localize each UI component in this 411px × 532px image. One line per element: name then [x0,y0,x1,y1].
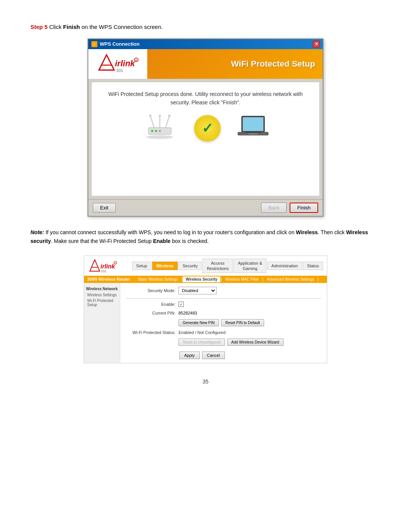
sidebar-item-wireless-settings[interactable]: Wireless Settings [86,293,118,297]
router-sub-bar: 300N Wireless Router Basic Wireless Sett… [84,276,327,283]
security-mode-select[interactable]: Disabled [178,287,217,294]
router-sidebar: Wireless Network Wireless Settings Wi-Fi… [84,283,120,363]
step-label: Step 5 [30,24,48,30]
sidebar-section-title: Wireless Network [86,287,118,291]
reset-pin-button[interactable]: Reset PIN to Default [221,319,264,326]
enable-control: ✓ [178,302,184,307]
pin-buttons-row: Generate New PIN Reset PIN to Default [126,319,321,326]
svg-rect-20 [245,131,261,133]
nav-tab-setup[interactable]: Setup [132,262,151,270]
current-pin-value: 85282483 [178,311,197,315]
router-form-content: Security Mode: Disabled Enable: ✓ Curren… [120,283,327,363]
nav-tab-security[interactable]: Security [178,262,202,270]
enable-bold: Enable [153,238,170,244]
svg-text:®: ® [135,59,137,62]
security-mode-control: Disabled [178,287,217,294]
wifi-status-label: Wi-Fi Protected Status: [126,330,175,335]
exit-button[interactable]: Exit [93,203,116,212]
svg-rect-21 [249,133,258,134]
nav-tab-application-gaming[interactable]: Application &Gaming [234,259,266,273]
router-sub-tabs: Basic Wireless Settings | Wireless Secur… [133,276,320,283]
sub-tab-basic-wireless[interactable]: Basic Wireless Settings [135,276,181,282]
form-action-buttons: Apply Cancel [126,351,321,359]
step5-instruction: Step 5 Click Finish on the WPS Connectio… [30,23,381,32]
security-mode-label: Security Mode: [126,288,175,293]
cancel-button[interactable]: Cancel [202,351,225,359]
wps-footer: Exit Back Finish [88,199,323,216]
wps-titlebar-left: ⚡ WPS Connection [91,41,140,47]
apply-button[interactable]: Apply [179,351,200,359]
enable-checkbox[interactable]: ✓ [178,302,184,307]
svg-point-11 [159,115,161,117]
wps-message-text: WiFi Protected Setup process done. Utili… [99,90,312,107]
svg-marker-0 [99,55,114,70]
reset-add-group: Reset to Unconfigured Add Wireless Devic… [178,339,284,346]
svg-text:irlink: irlink [115,59,135,68]
router-sidebar-title: 300N Wireless Router [84,276,133,283]
wifi-status-row: Wi-Fi Protected Status: Enabled / Not Co… [126,330,321,335]
wps-header: irlink ® 101 WiFi Protected Setup [88,49,323,79]
router-main: Wireless Network Wireless Settings Wi-Fi… [84,283,327,363]
laptop-icon [236,114,270,142]
airlink-logo: irlink ® 101 [95,53,141,75]
sub-tab-wireless-mac[interactable]: Wireless MAC Filter [222,276,262,282]
wps-content: WiFi Protected Setup process done. Utili… [91,82,320,196]
divider-1 [126,298,321,299]
sub-tab-wireless-security[interactable]: Wireless Security [183,276,220,282]
wps-title-banner: WiFi Protected Setup [147,49,323,79]
finish-button[interactable]: Finish [290,203,318,213]
wps-window-title: WPS Connection [100,41,140,47]
generate-pin-button[interactable]: Generate New PIN [178,319,219,326]
nav-tab-wireless[interactable]: Wireless [152,262,178,270]
page-number: 35 [30,379,381,385]
svg-marker-22 [90,260,100,271]
svg-point-16 [147,135,173,139]
enable-label: Enable: [126,302,175,307]
nav-tab-administration[interactable]: Administration [267,262,302,270]
wps-footer-right: Back Finish [261,203,318,213]
svg-point-12 [168,115,170,117]
wireless-bold: Wireless [296,229,318,235]
back-button[interactable]: Back [261,203,287,213]
wps-window: ⚡ WPS Connection ✕ irlink ® 101 [88,38,323,217]
add-wireless-device-button[interactable]: Add Wireless Device Wizard [227,339,284,346]
svg-point-15 [159,130,161,132]
router-logo: irlink 101 ® [88,258,118,274]
current-pin-label: Current PIN: [126,311,175,315]
checkmark-icon: ✓ [194,115,221,142]
nav-tab-access-restrictions[interactable]: AccessRestrictions [202,259,233,273]
close-icon[interactable]: ✕ [313,41,320,48]
current-pin-row: Current PIN: 85282483 [126,311,321,315]
note-label: Note: [30,229,44,235]
wps-icons-row: ✓ [99,114,312,142]
reset-add-row: Reset to Unconfigured Add Wireless Devic… [126,339,321,346]
finish-label: Finish [63,24,80,30]
svg-text:101: 101 [116,68,123,73]
svg-text:irlink: irlink [100,263,115,270]
wifi-status-value: Enabled / Not Configured [178,330,226,335]
pin-buttons-group: Generate New PIN Reset PIN to Default [178,319,264,326]
wps-banner-title: WiFi Protected Setup [231,59,315,69]
wps-logo-area: irlink ® 101 [88,49,147,79]
svg-point-14 [155,130,157,132]
svg-text:101: 101 [101,269,107,273]
sidebar-item-wifi-protected-setup[interactable]: Wi-Fi Protected Setup [86,299,118,307]
svg-text:®: ® [115,262,116,264]
svg-point-10 [149,115,151,117]
sub-tab-advanced-wireless[interactable]: Advanced Wireless Settings [264,276,317,282]
router-nav-tabs: Setup Wireless Security AccessRestrictio… [122,259,323,273]
router-top-nav: irlink 101 ® Setup Wireless Security Acc… [84,256,327,276]
router-icon [141,114,179,142]
svg-rect-18 [243,117,263,131]
wps-titlebar: ⚡ WPS Connection ✕ [88,39,323,49]
svg-line-7 [150,116,154,128]
svg-line-9 [166,116,169,128]
wps-window-icon: ⚡ [91,41,97,47]
enable-row: Enable: ✓ [126,302,321,307]
security-mode-row: Security Mode: Disabled [126,287,321,294]
router-config: irlink 101 ® Setup Wireless Security Acc… [84,256,327,363]
nav-tab-status[interactable]: Status [303,262,323,270]
svg-point-13 [151,130,153,132]
reset-unconfigured-button[interactable]: Reset to Unconfigured [178,339,225,346]
note-section: Note: If you cannot connect successfully… [30,228,381,246]
